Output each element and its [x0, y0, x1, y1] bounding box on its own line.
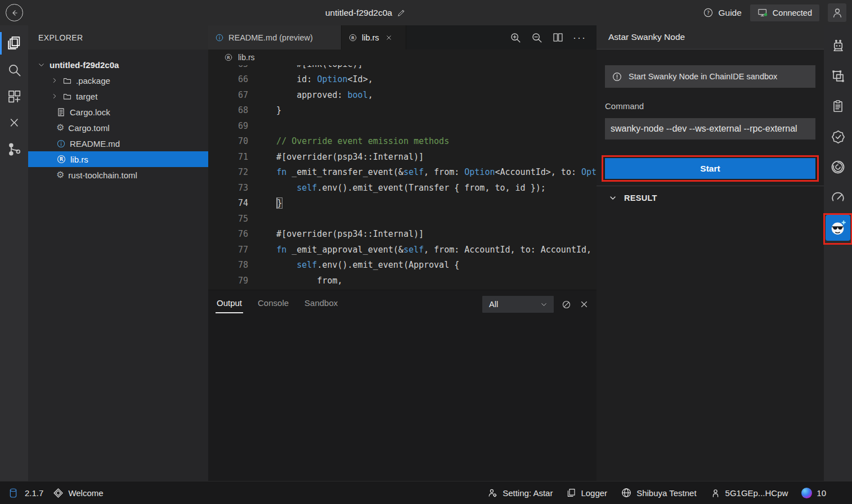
account-pin-icon — [710, 488, 721, 498]
statusbar-right: Setting: Astar Logger Shibuya Testnet 5G… — [487, 487, 852, 498]
plugin-robot[interactable] — [824, 30, 852, 61]
panel-controls: All — [482, 296, 597, 313]
result-section-header[interactable]: RESULT — [605, 186, 815, 202]
setting-item[interactable]: Setting: Astar — [487, 488, 553, 498]
line-number: 71 — [208, 152, 256, 162]
more-actions-button[interactable]: ··· — [573, 35, 586, 40]
connected-button[interactable]: Connected — [750, 4, 819, 21]
tree-item-label: Cargo.lock — [70, 107, 110, 117]
tree-root[interactable]: untitled-f29d2c0a — [28, 57, 208, 73]
plugin-certified[interactable] — [824, 122, 852, 152]
close-panel-button[interactable] — [579, 299, 589, 309]
user-settings-icon — [487, 488, 498, 498]
chainide-gem-icon — [53, 488, 64, 498]
plugin-gauge[interactable] — [824, 182, 852, 213]
tree-item-lib-rs[interactable]: R lib.rs — [28, 151, 208, 167]
panel-tab-output[interactable]: Output — [216, 295, 243, 314]
chevron-right-icon — [51, 92, 59, 100]
chevron-down-icon — [37, 61, 46, 69]
extensions-icon — [7, 89, 22, 104]
code-line: 69 — [208, 118, 597, 134]
command-input[interactable]: swanky-node --dev --ws-external --rpc-ex… — [605, 118, 815, 140]
output-content — [208, 318, 597, 481]
zoom-out-button[interactable] — [531, 32, 543, 44]
tree-item-target[interactable]: target — [28, 88, 208, 104]
close-tab-icon[interactable] — [385, 34, 393, 42]
tree-item-label: lib.rs — [70, 155, 88, 164]
topbar-right: ? Guide Connected — [703, 0, 846, 25]
plugin-astar-swanky[interactable] — [824, 213, 852, 243]
zoom-in-icon — [509, 32, 522, 44]
activity-extensions[interactable] — [0, 83, 28, 109]
account-label: 5G1GEp...HCpw — [725, 488, 788, 498]
info-circle-icon — [56, 139, 66, 148]
plugin-clipboard[interactable] — [824, 91, 852, 122]
clear-output-icon — [561, 299, 572, 310]
split-editor-icon — [552, 32, 564, 43]
activity-source-control[interactable] — [0, 136, 28, 162]
svg-text:R: R — [351, 35, 355, 40]
edit-pencil-icon[interactable] — [397, 8, 406, 17]
question-circle-icon: ? — [703, 7, 714, 18]
network-item[interactable]: Shibuya Testnet — [621, 487, 696, 498]
tree-item-label: rust-toolchain.toml — [68, 170, 137, 180]
code-editor[interactable]: 65 #[ink(topic)]66 id: Option<Id>,67 app… — [208, 65, 597, 290]
code-line: 77 fn _emit_approval_event(&self, from: … — [208, 242, 597, 258]
bottom-panel: Output Console Sandbox All — [208, 290, 597, 481]
panel-tab-console[interactable]: Console — [257, 295, 290, 314]
start-button[interactable]: Start — [605, 158, 815, 179]
openai-swirl-icon — [830, 159, 846, 175]
editor-area: README.md (preview) R lib.rs — [208, 25, 597, 481]
activity-explorer[interactable] — [0, 30, 28, 56]
tree-item-package[interactable]: .package — [28, 73, 208, 88]
balance-item[interactable]: 10 — [801, 488, 826, 498]
explorer-sidebar: EXPLORER untitled-f29d2c0a .packag — [28, 25, 208, 481]
plugin-panel: Astar Swanky Node Start Swanky Node in C… — [597, 25, 824, 481]
welcome-item[interactable]: Welcome — [53, 488, 103, 498]
panel-tab-sandbox[interactable]: Sandbox — [303, 295, 339, 314]
tree-item-cargo-lock[interactable]: Cargo.lock — [28, 104, 208, 120]
plugin-title-label: Astar Swanky Node — [608, 32, 685, 42]
astar-swanky-tile — [826, 215, 850, 241]
chevron-right-icon — [51, 76, 59, 84]
activity-bar-left — [0, 25, 28, 481]
clear-output-button[interactable] — [561, 299, 572, 310]
code-line: 75 — [208, 211, 597, 227]
line-number: 73 — [208, 183, 256, 193]
tree-item-readme[interactable]: README.md — [28, 136, 208, 151]
tree-item-cargo-toml[interactable]: ⚙ Cargo.toml — [28, 120, 208, 136]
arrow-left-icon — [10, 8, 20, 18]
robot-icon — [831, 38, 846, 53]
output-filter-select[interactable]: All — [482, 296, 554, 313]
rust-icon: R — [348, 33, 357, 42]
tab-readme[interactable]: README.md (preview) — [208, 25, 342, 50]
start-button-wrap: Start — [605, 158, 815, 179]
split-editor-button[interactable] — [552, 32, 564, 43]
zoom-in-button[interactable] — [509, 32, 522, 44]
logger-item[interactable]: Logger — [566, 488, 607, 498]
tab-label: README.md (preview) — [228, 33, 313, 42]
code-line: 68 } — [208, 103, 597, 119]
code-line: 78 self.env().emit_event(Approval { — [208, 258, 597, 273]
breadcrumb[interactable]: R lib.rs — [208, 50, 597, 65]
source-control-graph-icon — [7, 142, 22, 157]
back-button[interactable] — [6, 4, 23, 21]
activity-collapse-panels[interactable] — [0, 110, 28, 136]
code-line: 74 } — [208, 196, 597, 212]
folder-icon — [62, 76, 72, 86]
line-number: 78 — [208, 260, 256, 270]
gear-icon: ⚙ — [56, 123, 64, 132]
certified-seal-icon — [831, 129, 846, 145]
tree-item-rust-toolchain[interactable]: ⚙ rust-toolchain.toml — [28, 167, 208, 183]
avatar-button[interactable] — [828, 3, 846, 22]
guide-button[interactable]: ? Guide — [703, 7, 741, 18]
account-item[interactable]: 5G1GEp...HCpw — [710, 488, 788, 498]
plugin-scaffold[interactable] — [824, 61, 852, 91]
chevron-down-icon — [608, 194, 617, 202]
rust-icon: R — [56, 154, 66, 164]
tab-lib-rs[interactable]: R lib.rs — [342, 25, 406, 50]
zoom-out-icon — [531, 32, 543, 44]
plugin-openai[interactable] — [824, 152, 852, 182]
activity-search[interactable] — [0, 57, 28, 83]
code-lines: 65 #[ink(topic)]66 id: Option<Id>,67 app… — [208, 65, 597, 289]
